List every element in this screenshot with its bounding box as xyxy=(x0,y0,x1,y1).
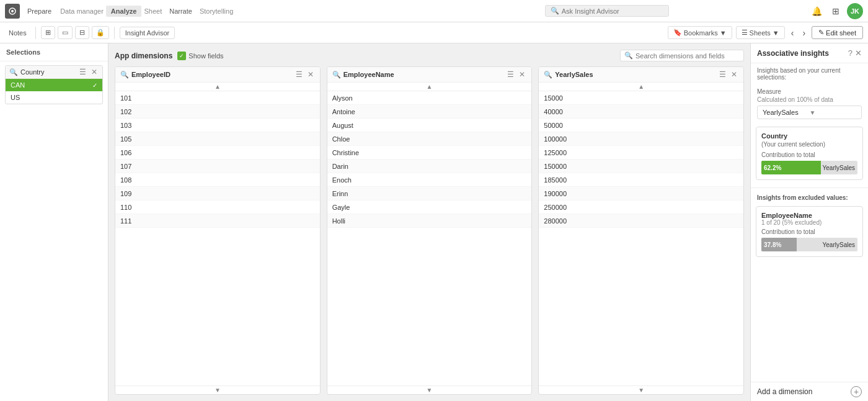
measure-section: Measure Calculated on 100% of data Yearl… xyxy=(751,84,868,123)
table-row[interactable]: 108 xyxy=(115,173,320,187)
excluded-card-title: EmployeeName xyxy=(761,212,857,219)
current-selection-subtitle: (Your current selection) xyxy=(761,141,857,148)
lock-icon: 🔒 xyxy=(96,29,105,37)
user-avatar[interactable]: JK xyxy=(847,3,863,19)
add-dimension-section[interactable]: Add a dimension + xyxy=(751,382,868,401)
add-dimension-label: Add a dimension xyxy=(757,387,812,396)
field-name-country: Country xyxy=(20,68,76,76)
table-row[interactable]: Erinn xyxy=(327,187,532,200)
dimension-card-header: 🔍 EmployeeID ☰ ✕ xyxy=(115,67,320,83)
table-row[interactable]: Darin xyxy=(327,160,532,173)
table-row[interactable]: 280000 xyxy=(539,214,743,228)
insight-advisor-search[interactable]: 🔍 xyxy=(545,5,669,17)
table-row[interactable]: 185000 xyxy=(539,173,743,187)
dimension-card-employeename: 🔍 EmployeeName ☰ ✕ ▲ Alyson Antoine Augu… xyxy=(327,66,533,395)
dim-menu-button[interactable]: ☰ xyxy=(294,70,304,79)
lock-button[interactable]: 🔒 xyxy=(92,26,109,39)
table-row[interactable]: 50000 xyxy=(539,119,743,132)
grid-button[interactable]: ⊟ xyxy=(75,26,89,39)
app-dimensions-title: App dimensions xyxy=(115,52,172,60)
dim-close-button[interactable]: ✕ xyxy=(306,70,315,79)
snap-button[interactable]: ⊞ xyxy=(41,26,55,39)
table-row[interactable]: 150000 xyxy=(539,160,743,173)
table-row[interactable]: 102 xyxy=(115,105,320,119)
table-row[interactable]: Chloe xyxy=(327,132,532,146)
selection-list: CAN ✓ US xyxy=(6,79,102,104)
table-row[interactable]: Holli xyxy=(327,214,532,228)
table-row[interactable]: 101 xyxy=(115,91,320,105)
close-panel-button[interactable]: ✕ xyxy=(855,48,862,58)
table-row[interactable]: 109 xyxy=(115,187,320,200)
table-row[interactable]: 103 xyxy=(115,119,320,132)
table-row[interactable]: 110 xyxy=(115,200,320,214)
pencil-icon: ✎ xyxy=(818,29,824,37)
dim-menu-button[interactable]: ☰ xyxy=(718,70,727,79)
table-row[interactable]: August xyxy=(327,119,532,132)
search-dimensions[interactable]: 🔍 xyxy=(620,50,744,61)
scroll-up-yearlysales[interactable]: ▲ xyxy=(638,83,644,90)
table-row[interactable]: 15000 xyxy=(539,91,743,105)
apps-button[interactable]: ⊞ xyxy=(830,5,842,17)
table-row[interactable]: Gayle xyxy=(327,200,532,214)
nav-next-button[interactable]: › xyxy=(800,27,808,39)
layout-button[interactable]: ▭ xyxy=(58,26,73,39)
right-panel: Associative insights ? ✕ Insights based … xyxy=(750,43,868,401)
help-icon[interactable]: ? xyxy=(848,48,852,58)
current-selection-card: Country (Your current selection) Contrib… xyxy=(756,127,863,180)
search-dimensions-input[interactable] xyxy=(636,52,740,60)
scroll-up-employeeid[interactable]: ▲ xyxy=(215,83,221,90)
table-row[interactable]: 125000 xyxy=(539,146,743,160)
table-row[interactable]: Antoine xyxy=(327,105,532,119)
bookmarks-arrow: ▼ xyxy=(720,29,727,37)
notifications-button[interactable]: 🔔 xyxy=(809,5,825,17)
remove-field-button[interactable]: ✕ xyxy=(90,68,99,76)
dim-close-button[interactable]: ✕ xyxy=(730,70,738,79)
table-row[interactable]: 106 xyxy=(115,146,320,160)
measure-sublabel: Calculated on 100% of data xyxy=(757,96,862,103)
table-row[interactable]: 100000 xyxy=(539,132,743,146)
table-row[interactable]: Enoch xyxy=(327,173,532,187)
sheets-button[interactable]: ☰ Sheets ▼ xyxy=(736,26,785,39)
measure-dropdown[interactable]: YearlySales ▼ xyxy=(757,106,862,119)
data-manager-label: Data manager xyxy=(60,7,104,15)
app-logo[interactable] xyxy=(5,4,20,19)
edit-sheet-button[interactable]: ✎ Edit sheet xyxy=(812,26,863,39)
prepare-button[interactable]: Prepare xyxy=(22,6,56,17)
scroll-down-yearlysales[interactable]: ▼ xyxy=(638,387,644,394)
narrate-button[interactable]: Narrate xyxy=(164,6,197,17)
scroll-down-employeeid[interactable]: ▼ xyxy=(215,387,221,394)
table-row[interactable]: 190000 xyxy=(539,187,743,200)
table-row[interactable]: 250000 xyxy=(539,200,743,214)
show-fields-toggle[interactable]: ✓ Show fields xyxy=(177,52,223,60)
list-item[interactable]: US xyxy=(6,91,102,104)
bookmarks-label: Bookmarks xyxy=(684,29,718,37)
dimension-name-employeename: EmployeeName xyxy=(343,71,504,78)
scroll-down-employeename[interactable]: ▼ xyxy=(427,387,433,394)
table-row[interactable]: Alyson xyxy=(327,91,532,105)
scroll-up-employeename[interactable]: ▲ xyxy=(427,83,433,90)
top-center: 🔍 xyxy=(407,5,807,17)
table-row[interactable]: 111 xyxy=(115,214,320,228)
clear-field-button[interactable]: ☰ xyxy=(78,68,87,76)
table-row[interactable]: 40000 xyxy=(539,105,743,119)
table-row[interactable]: 107 xyxy=(115,160,320,173)
dim-menu-button[interactable]: ☰ xyxy=(506,70,515,79)
list-item[interactable]: CAN ✓ xyxy=(6,79,102,91)
bookmarks-button[interactable]: 🔖 Bookmarks ▼ xyxy=(668,26,732,39)
table-row[interactable]: 105 xyxy=(115,132,320,146)
bookmarks-icon: 🔖 xyxy=(673,29,682,37)
dim-close-button[interactable]: ✕ xyxy=(518,70,526,79)
excluded-card-subtitle: 1 of 20 (5% excluded) xyxy=(761,219,857,226)
sheet-label: Sheet xyxy=(144,7,162,15)
insight-advisor-button[interactable]: Insight Advisor xyxy=(120,27,175,39)
search-icon: 🔍 xyxy=(551,7,559,15)
table-row[interactable]: Christine xyxy=(327,146,532,160)
grid-icon: ⊟ xyxy=(79,29,85,37)
analyze-button[interactable]: Analyze xyxy=(106,6,142,17)
insight-advisor-input[interactable] xyxy=(562,7,663,15)
excluded-contribution-label: Contribution to total xyxy=(761,228,857,235)
contribution-percentage: 62.2% xyxy=(764,164,781,171)
notes-button[interactable]: Notes xyxy=(5,27,30,38)
nav-prev-button[interactable]: ‹ xyxy=(789,27,797,39)
storytelling-label: Storytelling xyxy=(200,7,233,15)
